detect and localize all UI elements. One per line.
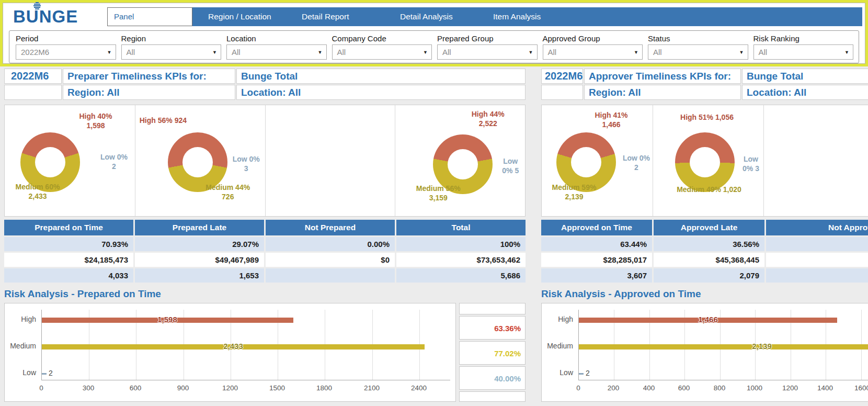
column-header: Not Prepared [266, 220, 395, 235]
table-cell: $28,285,017 [541, 253, 652, 267]
donut-label-low: Low0% 3 [738, 154, 764, 173]
approver-period: 2022M6 [541, 69, 583, 84]
donut-label-medium: Medium 44%726 [194, 183, 262, 201]
table-cell: 70.93% [4, 237, 133, 251]
filter-risk-ranking-select[interactable]: All ▼ [753, 44, 854, 60]
donut-label-high: High 41%1,466 [583, 110, 640, 129]
approver-title: Approver Timeliness KPIs for: [584, 69, 741, 84]
tab-region-location[interactable]: Region / Location [208, 7, 271, 26]
x-tick-label: 1600 [854, 384, 868, 392]
filter-prepared-group-value: All [442, 48, 451, 57]
bar-chart-approved: High Medium Low 1,466 2,139 2 0 200 [541, 303, 868, 402]
table-cell: $45,368,445 [654, 253, 764, 267]
tab-panel[interactable]: Panel [107, 7, 192, 26]
dropdown-arrow-icon: ▼ [529, 45, 533, 59]
preparer-donut-grid: High 40%1,598 Low 0%2 Medium 60%2,433 Hi… [4, 105, 526, 217]
approver-kpi-header: 2022M6 Approver Timeliness KPIs for: Bun… [541, 69, 868, 100]
column-header: Prepared on Time [4, 220, 133, 235]
donut-label-high: High 40%1,598 [66, 111, 125, 130]
filter-bar: Period 2022M6 ▼ Region All ▼ Location Al… [9, 30, 859, 63]
filter-location-select[interactable]: All ▼ [226, 44, 327, 60]
table-cell: 0.00% [266, 237, 395, 251]
preparer-table: Prepared on Time Prepared Late Not Prepa… [4, 220, 526, 283]
bar-low[interactable] [42, 373, 47, 375]
x-tick-label: 0 [576, 384, 580, 392]
filter-period-label: Period [16, 32, 116, 44]
filter-company-code-select[interactable]: All ▼ [332, 44, 432, 60]
donut-label-medium: Medium 56%3,159 [404, 184, 473, 202]
percent-cell-empty [459, 303, 526, 314]
donut-label-high: High 44%2,522 [457, 109, 519, 128]
bunge-logo-text: BUNGE [13, 7, 78, 26]
filter-approved-group-label: Approved Group [543, 32, 643, 44]
tab-item-analysis[interactable]: Item Analysis [493, 7, 541, 26]
preparer-entity: Bunge Total [236, 69, 526, 84]
donut-cell-not-approved [763, 105, 868, 216]
table-cell: 63.44% [541, 237, 652, 251]
x-tick-label: 0 [39, 384, 43, 392]
filter-status: Status All ▼ [648, 32, 748, 60]
table-cell: $73,653,462 [396, 253, 526, 267]
plot-area: 1,466 2,139 2 [578, 310, 868, 380]
donut-label-high: High 51% 1,056 [657, 112, 757, 122]
donut-label-high: High 56% 924 [140, 116, 223, 125]
filter-period: Period 2022M6 ▼ [16, 32, 116, 60]
filter-period-select[interactable]: 2022M6 ▼ [16, 44, 116, 60]
x-tick-label: 2100 [364, 384, 380, 392]
table-cell: 5,686 [396, 268, 526, 283]
bar-low[interactable] [579, 373, 584, 375]
filter-location-label: Location [226, 32, 327, 44]
donut-cell-prepared-late: High 56% 924 Low 0%3 Medium 44%726 [135, 105, 265, 216]
donut-label-medium: Medium 49% 1,020 [659, 185, 759, 194]
dropdown-arrow-icon: ▼ [423, 45, 428, 59]
filter-region-value: All [127, 48, 135, 57]
donut-cell-approved-late: High 51% 1,056 Low0% 3 Medium 49% 1,020 [653, 105, 763, 216]
bar-medium[interactable] [579, 344, 868, 349]
percent-medium: 77.02% [459, 341, 526, 365]
approver-entity: Bunge Total [742, 69, 868, 84]
filter-approved-group-select[interactable]: All ▼ [543, 44, 643, 60]
donut-label-low: Low 0%3 [231, 154, 262, 173]
x-tick-label: 600 [678, 384, 690, 392]
donut-label-low: Low 0%2 [97, 152, 131, 171]
column-header: Total [396, 220, 526, 235]
filter-approved-group-value: All [548, 48, 557, 57]
tab-detail-analysis[interactable]: Detail Analysis [400, 7, 453, 26]
filter-status-select[interactable]: All ▼ [648, 44, 748, 60]
y-axis-label: Low [542, 368, 573, 377]
bar-value-label: 1,598 [157, 315, 177, 324]
preparer-region: Region: All [63, 85, 235, 100]
table-cell: 3,607 [541, 268, 652, 283]
column-header: Approved Late [654, 220, 764, 235]
risk-percent-panel: 63.36% 77.02% 40.00% [459, 303, 526, 402]
preparer-kpi-header: 2022M6 Preparer Timeliness KPIs for: Bun… [4, 69, 526, 100]
filter-region-select[interactable]: All ▼ [121, 44, 222, 60]
approver-risk-chart-area: High Medium Low 1,466 2,139 2 0 200 [541, 303, 868, 402]
percent-low: 40.00% [459, 366, 526, 390]
dropdown-arrow-icon: ▼ [634, 45, 638, 59]
filter-prepared-group-select[interactable]: All ▼ [437, 44, 538, 60]
donut-cell-approved-on-time: High 41%1,466 Low 0%2 Medium 59%2,139 [542, 105, 653, 216]
table-cell: $49,467,989 [135, 253, 264, 267]
dropdown-arrow-icon: ▼ [212, 45, 217, 59]
filter-prepared-group-label: Prepared Group [437, 32, 538, 44]
filter-risk-ranking-label: Risk Ranking [753, 32, 854, 44]
table-cell [766, 268, 868, 283]
y-axis-label: High [5, 315, 36, 323]
filter-risk-ranking: Risk Ranking All ▼ [753, 32, 854, 60]
filter-location: Location All ▼ [226, 32, 327, 60]
table-cell: 29.07% [135, 237, 264, 251]
x-tick-label: 1500 [269, 384, 285, 392]
bar-value-label: 2 [586, 369, 590, 377]
table-cell [766, 253, 868, 267]
tab-detail-report[interactable]: Detail Report [302, 7, 349, 26]
bar-chart-prepared: High Medium Low 1,598 2,433 2 0 300 [4, 303, 456, 402]
filter-company-code: Company Code All ▼ [332, 32, 432, 60]
table-cell: 2,079 [654, 268, 764, 283]
empty-cell [4, 85, 62, 100]
plot-area: 1,598 2,433 2 [41, 310, 450, 380]
filter-status-label: Status [648, 32, 748, 44]
table-cell: 36.56% [654, 237, 764, 251]
filter-period-value: 2022M6 [21, 48, 49, 57]
donut-label-low: Low 0%2 [621, 153, 652, 172]
